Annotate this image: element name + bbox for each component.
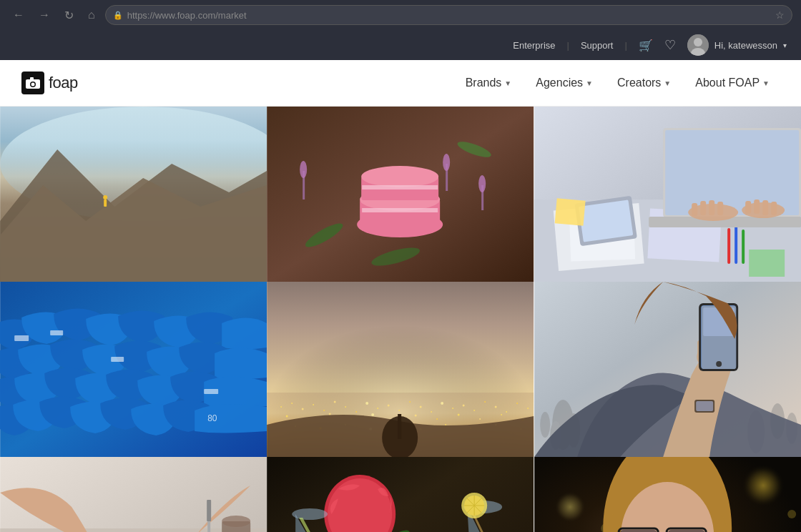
svg-point-108 — [495, 424, 497, 426]
photo-laptop[interactable] — [534, 107, 801, 282]
main-header: foap Brands ▼ Agencies ▼ Creators ▼ Abou… — [0, 60, 801, 107]
photo-cocktails[interactable] — [267, 457, 534, 532]
svg-rect-125 — [714, 336, 720, 356]
lock-icon: 🔒 — [113, 11, 123, 20]
svg-rect-36 — [734, 225, 737, 264]
svg-rect-133 — [0, 528, 267, 532]
separator-2: | — [624, 40, 626, 51]
svg-point-150 — [328, 478, 392, 532]
photo-mountain[interactable] — [0, 107, 267, 282]
svg-rect-47 — [709, 200, 714, 215]
svg-rect-130 — [703, 307, 734, 336]
photo-city-night[interactable] — [267, 282, 534, 457]
svg-rect-40 — [663, 128, 801, 217]
bookmark-icon[interactable]: ☆ — [775, 9, 785, 21]
svg-point-113 — [552, 400, 574, 450]
svg-point-64 — [280, 406, 282, 408]
svg-point-67 — [313, 404, 314, 405]
logo-icon — [21, 72, 44, 94]
svg-rect-62 — [267, 282, 534, 457]
logo[interactable]: foap — [21, 72, 78, 94]
svg-rect-37 — [742, 230, 745, 264]
url-path: /market — [215, 10, 246, 21]
svg-rect-111 — [398, 414, 401, 439]
separator-1: | — [567, 40, 569, 51]
svg-marker-10 — [0, 178, 267, 282]
address-bar[interactable]: 🔒 https://www.foap.com/market ☆ — [105, 5, 792, 25]
svg-rect-19 — [481, 185, 483, 210]
svg-line-159 — [467, 498, 481, 513]
photo-macarons[interactable] — [267, 107, 534, 282]
svg-rect-56 — [14, 335, 29, 341]
cart-icon[interactable]: 🛒 — [639, 39, 653, 52]
user-menu[interactable]: Hi, katewesson ▾ — [687, 34, 787, 56]
svg-point-116 — [786, 413, 797, 444]
photo-phone[interactable] — [534, 282, 801, 457]
svg-rect-21 — [446, 164, 448, 191]
svg-point-101 — [320, 428, 322, 430]
svg-point-75 — [398, 410, 400, 411]
svg-point-115 — [770, 403, 785, 439]
nav-about[interactable]: About FOAP ▼ — [685, 71, 780, 95]
reload-button[interactable]: ↻ — [60, 6, 78, 25]
svg-point-16 — [370, 244, 421, 270]
svg-point-149 — [324, 475, 395, 532]
svg-point-102 — [345, 424, 346, 425]
svg-rect-58 — [111, 357, 124, 362]
photo-woman-glasses[interactable] — [534, 457, 801, 532]
nav-about-label: About FOAP — [695, 77, 760, 89]
svg-point-44 — [742, 202, 785, 218]
svg-point-87 — [527, 408, 529, 409]
photo-food-hands[interactable] — [0, 457, 267, 532]
svg-point-84 — [495, 406, 497, 408]
svg-point-155 — [464, 496, 484, 516]
svg-line-158 — [467, 498, 481, 513]
back-button[interactable]: ← — [9, 6, 29, 24]
svg-point-71 — [355, 411, 357, 413]
svg-point-92 — [371, 413, 374, 416]
svg-point-80 — [452, 408, 453, 409]
svg-rect-39 — [579, 200, 633, 242]
svg-rect-46 — [700, 201, 706, 215]
svg-rect-129 — [702, 306, 736, 369]
svg-point-174 — [617, 468, 637, 488]
agencies-dropdown-arrow: ▼ — [586, 79, 593, 87]
svg-point-104 — [395, 424, 396, 425]
top-navigation: Enterprise | Support | 🛒 ♡ Hi, katewesso… — [0, 30, 801, 60]
svg-point-77 — [420, 406, 422, 408]
svg-point-91 — [350, 418, 352, 420]
svg-rect-31 — [534, 200, 801, 282]
svg-point-110 — [382, 416, 418, 457]
svg-point-25 — [360, 188, 440, 211]
nav-creators[interactable]: Creators ▼ — [607, 71, 681, 95]
svg-point-27 — [361, 166, 438, 187]
enterprise-link[interactable]: Enterprise — [513, 40, 555, 51]
svg-rect-24 — [360, 200, 440, 225]
forward-button[interactable]: → — [34, 6, 54, 24]
svg-text:80: 80 — [207, 413, 217, 423]
svg-rect-7 — [0, 107, 267, 282]
svg-rect-55 — [0, 282, 267, 457]
photo-boats[interactable]: 80 — [0, 282, 267, 457]
svg-rect-29 — [362, 185, 438, 189]
svg-point-162 — [380, 527, 412, 532]
support-link[interactable]: Support — [581, 40, 614, 51]
nav-agencies[interactable]: Agencies ▼ — [526, 71, 603, 95]
nav-brands-label: Brands — [466, 77, 502, 89]
svg-point-43 — [688, 204, 738, 221]
browser-chrome: ← → ↻ ⌂ 🔒 https://www.foap.com/market ☆ — [0, 0, 801, 30]
wishlist-icon[interactable]: ♡ — [664, 37, 676, 53]
svg-point-70 — [345, 406, 346, 408]
svg-rect-38 — [574, 196, 637, 247]
svg-point-90 — [329, 413, 331, 415]
svg-point-94 — [415, 415, 417, 417]
svg-point-69 — [334, 401, 336, 403]
svg-point-117 — [550, 421, 561, 450]
svg-point-68 — [323, 410, 325, 411]
home-button[interactable]: ⌂ — [84, 6, 99, 24]
svg-point-73 — [377, 408, 378, 409]
svg-point-74 — [388, 405, 390, 407]
nav-brands[interactable]: Brands ▼ — [456, 71, 522, 95]
svg-rect-34 — [569, 216, 635, 261]
svg-rect-54 — [749, 250, 785, 277]
